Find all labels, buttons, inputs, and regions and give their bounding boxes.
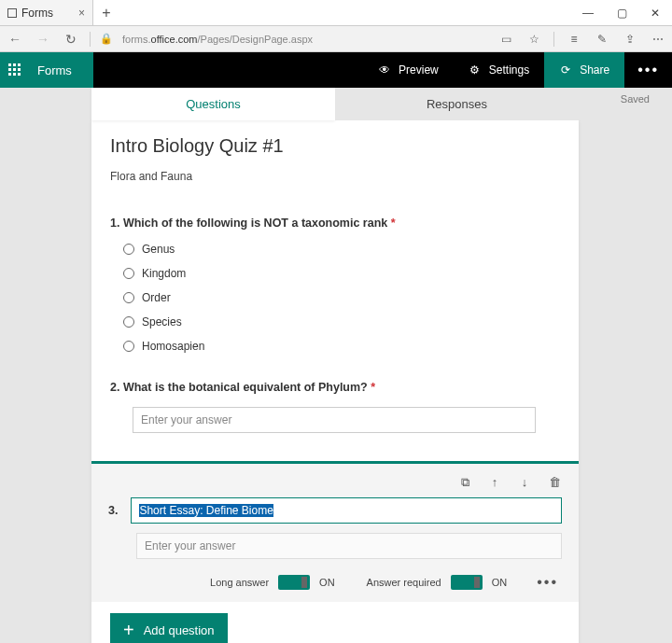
toggle-on-label: ON: [319, 577, 335, 588]
more-browser-icon[interactable]: ⋯: [650, 33, 666, 46]
question-1-label: 1. Which of the following is NOT a taxon…: [110, 217, 560, 230]
q3-title-input[interactable]: Short Essay: Define Biome: [131, 497, 562, 524]
q1-option[interactable]: Order: [123, 291, 560, 304]
share-button[interactable]: ⟳ Share: [544, 52, 624, 88]
plus-icon: +: [123, 620, 134, 641]
svg-rect-6: [8, 73, 11, 76]
answer-required-label: Answer required: [367, 577, 441, 588]
maximize-button[interactable]: ▢: [605, 0, 638, 25]
q1-option[interactable]: Species: [123, 315, 560, 328]
preview-label: Preview: [399, 63, 439, 77]
tab-favicon: [7, 8, 17, 18]
question-more-icon[interactable]: •••: [533, 574, 562, 591]
q2-answer-input[interactable]: Enter your answer: [133, 407, 536, 433]
forward-button[interactable]: →: [34, 32, 52, 47]
reader-icon[interactable]: ▭: [497, 33, 514, 46]
question-3-editing: ⧉ ↑ ↓ 🗑 3. Short Essay: Define Biome Ent…: [91, 461, 579, 602]
form-tabs: Questions Responses: [91, 88, 579, 120]
svg-rect-2: [18, 63, 21, 66]
svg-rect-0: [8, 63, 11, 66]
question-1: 1. Which of the following is NOT a taxon…: [110, 217, 560, 353]
browser-tab[interactable]: Forms ×: [0, 0, 93, 25]
app-header: Forms 👁 Preview ⚙ Settings ⟳ Share •••: [0, 52, 672, 88]
add-question-label: Add question: [144, 623, 215, 637]
svg-rect-3: [8, 68, 11, 71]
question-2: 2. What is the botanical equivalent of P…: [110, 381, 560, 433]
required-icon: *: [371, 381, 375, 394]
delete-question-icon[interactable]: 🗑: [547, 475, 562, 490]
move-up-icon[interactable]: ↑: [487, 475, 502, 490]
svg-rect-5: [18, 68, 21, 71]
notes-icon[interactable]: ✎: [594, 33, 610, 46]
hub-icon[interactable]: ≡: [566, 33, 582, 46]
radio-icon: [123, 244, 134, 255]
address-bar[interactable]: forms.office.com/Pages/DesignPage.aspx: [122, 34, 488, 45]
add-question-button[interactable]: + Add question: [110, 613, 228, 643]
close-window-button[interactable]: ✕: [638, 0, 672, 25]
share-browser-icon[interactable]: ⇪: [622, 33, 638, 46]
settings-label: Settings: [489, 63, 529, 77]
share-icon: ⟳: [559, 63, 572, 77]
q1-option[interactable]: Kingdom: [123, 267, 560, 280]
question-3-number: 3.: [108, 504, 118, 517]
minimize-button[interactable]: —: [571, 0, 605, 25]
form-title[interactable]: Intro Biology Quiz #1: [110, 135, 560, 157]
svg-rect-7: [13, 73, 16, 76]
copy-question-icon[interactable]: ⧉: [457, 475, 472, 490]
radio-icon: [123, 316, 134, 328]
gear-icon: ⚙: [469, 63, 482, 77]
settings-button[interactable]: ⚙ Settings: [454, 52, 544, 88]
radio-icon: [123, 268, 134, 279]
tab-questions[interactable]: Questions: [91, 88, 335, 120]
favorite-icon[interactable]: ☆: [525, 33, 542, 46]
long-answer-toggle[interactable]: [278, 575, 310, 590]
long-answer-label: Long answer: [210, 577, 269, 588]
saved-indicator: Saved: [621, 93, 650, 105]
content-area: Saved Questions Responses Intro Biology …: [0, 88, 672, 643]
more-button[interactable]: •••: [624, 52, 672, 88]
share-label: Share: [580, 63, 609, 77]
svg-rect-4: [13, 68, 16, 71]
window-controls: — ▢ ✕: [571, 0, 672, 25]
q1-option[interactable]: Genus: [123, 243, 560, 256]
window-titlebar: Forms × + — ▢ ✕: [0, 0, 672, 26]
question-2-label: 2. What is the botanical equivalent of P…: [110, 381, 560, 394]
browser-toolbar: ← → ↻ 🔒 forms.office.com/Pages/DesignPag…: [0, 26, 672, 52]
answer-required-toggle[interactable]: [451, 575, 483, 590]
preview-button[interactable]: 👁 Preview: [363, 52, 454, 88]
lock-icon: 🔒: [100, 33, 113, 45]
app-launcher-icon[interactable]: [0, 52, 30, 88]
tab-title: Forms: [21, 7, 53, 20]
q3-answer-input[interactable]: Enter your answer: [136, 533, 562, 559]
form-description[interactable]: Flora and Fauna: [110, 170, 560, 183]
back-button[interactable]: ←: [6, 32, 24, 47]
required-icon: *: [391, 217, 396, 230]
app-brand[interactable]: Forms: [30, 52, 93, 88]
tab-close-icon[interactable]: ×: [78, 7, 85, 20]
form-card: Intro Biology Quiz #1 Flora and Fauna 1.…: [91, 120, 579, 643]
refresh-button[interactable]: ↻: [62, 32, 80, 47]
new-tab-button[interactable]: +: [93, 0, 119, 25]
tab-responses[interactable]: Responses: [335, 88, 579, 120]
eye-icon: 👁: [378, 63, 391, 77]
radio-icon: [123, 292, 134, 303]
toggle-on-label: ON: [492, 577, 508, 588]
q1-option[interactable]: Homosapien: [123, 340, 560, 353]
svg-rect-8: [18, 73, 21, 76]
svg-rect-1: [13, 63, 16, 66]
move-down-icon[interactable]: ↓: [517, 475, 532, 490]
radio-icon: [123, 341, 134, 352]
